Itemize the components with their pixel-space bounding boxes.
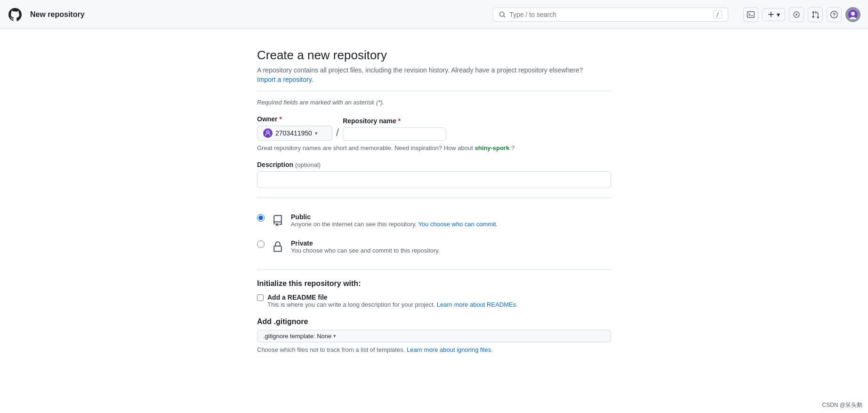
create-new-button[interactable]: ▾ — [762, 8, 785, 21]
public-text: Public Anyone on the internet can see th… — [291, 213, 498, 228]
form-container: Create a new repository A repository con… — [246, 48, 622, 363]
private-text: Private You choose who can see and commi… — [291, 239, 440, 254]
divider-3 — [257, 270, 611, 270]
repo-name-required-star: * — [398, 117, 401, 125]
owner-avatar-icon — [263, 128, 273, 138]
init-section: Initialize this repository with: Add a R… — [257, 279, 611, 308]
gitignore-learn-link[interactable]: Learn more about ignoring files. — [407, 346, 493, 353]
description-input[interactable] — [257, 171, 611, 188]
suggestion-link[interactable]: shiny-spork — [474, 144, 509, 151]
page-title: Create a new repository — [257, 48, 611, 63]
public-option: Public Anyone on the internet can see th… — [257, 207, 611, 234]
terminal-button[interactable] — [743, 7, 758, 22]
private-option: Private You choose who can see and commi… — [257, 234, 611, 260]
svg-point-1 — [796, 14, 797, 16]
divider-1 — [257, 91, 611, 91]
search-icon — [499, 11, 506, 18]
readme-option: Add a README file This is where you can … — [257, 294, 611, 308]
public-radio[interactable] — [257, 214, 265, 222]
search-box[interactable]: / — [493, 8, 728, 22]
description-label: Description (optional) — [257, 161, 611, 168]
svg-point-3 — [851, 12, 855, 16]
book-icon — [272, 215, 283, 226]
readme-text: Add a README file This is where you can … — [267, 294, 518, 308]
required-note: Required fields are marked with an aster… — [257, 99, 611, 106]
plus-icon — [767, 11, 775, 18]
owner-repo-row: Owner * 2703411950 ▾ / Repository name — [257, 115, 611, 141]
private-icon — [270, 239, 285, 254]
owner-dropdown[interactable]: 2703411950 ▾ — [257, 126, 332, 141]
page-header-title: New repository — [30, 10, 85, 19]
github-logo[interactable] — [8, 7, 23, 22]
readme-learn-link[interactable]: Learn more about READMEs. — [437, 301, 518, 308]
repo-name-label: Repository name * — [343, 117, 446, 125]
user-icon — [265, 130, 271, 136]
gitignore-select-label: .gitignore template: None — [263, 333, 331, 340]
gitignore-chevron: ▾ — [333, 333, 336, 339]
header-actions: ▾ — [743, 7, 860, 22]
user-avatar[interactable] — [845, 7, 860, 22]
owner-label: Owner * — [257, 115, 332, 123]
main-content: Create a new repository A repository con… — [0, 29, 868, 381]
slash-key: / — [713, 10, 722, 19]
import-repository-link[interactable]: Import a repository. — [257, 76, 313, 83]
owner-value: 2703411950 — [275, 129, 312, 137]
public-description: Anyone on the internet can see this repo… — [291, 221, 498, 228]
header: New repository / ▾ — [0, 0, 868, 29]
visibility-section: Public Anyone on the internet can see th… — [257, 207, 611, 260]
search-input[interactable] — [509, 11, 709, 18]
readme-description: This is where you can write a long descr… — [267, 301, 518, 308]
description-group: Description (optional) — [257, 161, 611, 188]
divider-2 — [257, 198, 611, 198]
repo-name-group: Repository name * — [343, 117, 446, 141]
copilot-button[interactable] — [789, 7, 804, 22]
readme-label: Add a README file — [267, 294, 518, 301]
description-optional: (optional) — [295, 161, 321, 168]
inbox-icon — [830, 11, 838, 18]
gitignore-title: Add .gitignore — [257, 318, 611, 326]
gitignore-dropdown[interactable]: .gitignore template: None ▾ — [257, 330, 611, 342]
readme-checkbox[interactable] — [257, 294, 264, 301]
gitignore-section: Add .gitignore .gitignore template: None… — [257, 318, 611, 353]
private-label: Private — [291, 239, 440, 247]
pull-request-icon — [812, 11, 819, 18]
pull-requests-button[interactable] — [808, 7, 823, 22]
owner-chevron: ▾ — [315, 130, 318, 136]
private-radio[interactable] — [257, 240, 265, 248]
public-label: Public — [291, 213, 498, 221]
private-description: You choose who can see and commit to thi… — [291, 247, 440, 254]
suggestion-text: Great repository names are short and mem… — [257, 144, 611, 151]
terminal-icon — [747, 11, 755, 18]
init-title: Initialize this repository with: — [257, 279, 611, 288]
page-subtitle: A repository contains all project files,… — [257, 66, 611, 74]
copilot-icon — [793, 11, 800, 18]
create-new-dropdown: ▾ — [777, 11, 780, 18]
owner-required-star: * — [279, 115, 281, 123]
lock-icon — [272, 241, 283, 253]
avatar-icon — [848, 10, 858, 19]
search-container: / — [493, 8, 728, 22]
gitignore-desc: Choose which files not to track from a l… — [257, 346, 611, 353]
owner-repo-separator: / — [336, 127, 339, 141]
repo-name-input[interactable] — [343, 127, 446, 141]
public-icon — [270, 213, 285, 228]
owner-group: Owner * 2703411950 ▾ — [257, 115, 332, 141]
inbox-button[interactable] — [827, 7, 842, 22]
